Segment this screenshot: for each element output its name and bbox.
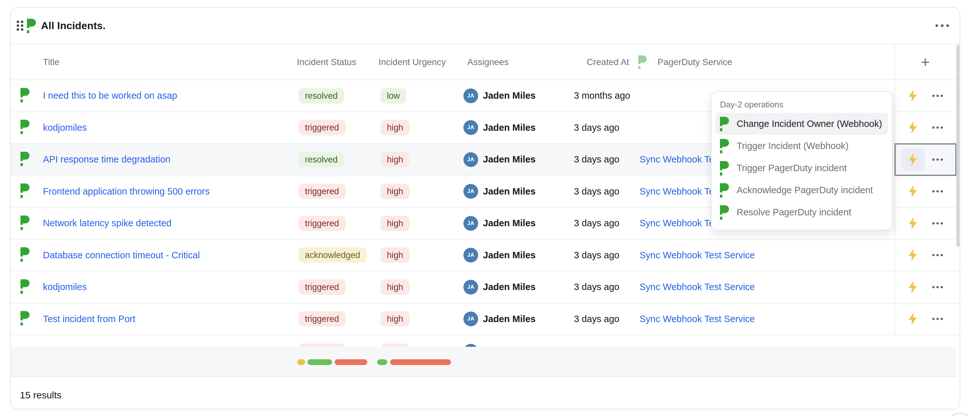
pagerduty-service-link[interactable]: Sync Webhook Test Service [640, 240, 755, 271]
pagerduty-p-icon [21, 247, 30, 263]
assignee-avatar: JA [463, 120, 478, 135]
incident-status-badge: triggered [299, 311, 345, 327]
run-action-button[interactable] [907, 153, 918, 166]
run-action-button[interactable] [907, 217, 918, 230]
column-header-pagerduty-service[interactable]: PagerDuty Service [657, 45, 732, 80]
table-column-header: Title Incident Status Incident Urgency A… [11, 44, 959, 80]
widget-footer: 15 results [11, 378, 959, 409]
pagerduty-p-icon [720, 183, 730, 198]
incident-urgency-badge: high [380, 311, 410, 327]
incident-title-link[interactable]: kodjomiles [43, 112, 87, 143]
run-action-button[interactable] [907, 281, 918, 294]
pagerduty-p-icon [720, 117, 730, 131]
pagerduty-p-icon [720, 161, 730, 175]
row-menu-button[interactable] [932, 254, 943, 257]
column-header-incident-status[interactable]: Incident Status [297, 45, 356, 80]
pagerduty-p-icon [27, 19, 37, 35]
incident-status-badge: triggered [299, 344, 345, 347]
assignee-name: Jaden Miles [483, 208, 536, 239]
incident-status-badge: triggered [299, 120, 345, 135]
context-menu-item-label: Trigger Incident (Webhook) [737, 141, 849, 151]
pagerduty-p-icon [21, 311, 30, 327]
row-menu-button[interactable] [932, 318, 943, 320]
summary-distribution-pill [307, 359, 332, 365]
column-header-incident-urgency[interactable]: Incident Urgency [379, 45, 446, 80]
vertical-scrollbar[interactable] [956, 45, 960, 247]
context-menu-item-label: Acknowledge PagerDuty incident [737, 185, 873, 196]
column-header-created-at[interactable]: Created At [587, 45, 629, 80]
table-row[interactable]: Test incident from Port triggered high J… [11, 303, 959, 336]
assignee-name: Jaden Miles [483, 303, 536, 335]
context-menu-item[interactable]: Change Incident Owner (Webhook) [716, 113, 888, 135]
row-menu-button[interactable] [932, 127, 943, 129]
row-menu-button[interactable] [932, 190, 943, 193]
incident-status-badge: resolved [299, 88, 344, 104]
incident-title-link[interactable]: Network latency spike detected [43, 208, 171, 239]
context-menu-item[interactable]: Trigger PagerDuty incident [716, 157, 888, 179]
assignee-avatar: JA [463, 216, 478, 231]
pagerduty-service-link[interactable]: Sync Webhook Test Service [640, 303, 755, 335]
incident-title-link[interactable]: Frontend application throwing 500 errors [43, 176, 210, 207]
column-header-title[interactable]: Title [43, 45, 60, 80]
created-at-value: 3 days ago [574, 303, 619, 335]
actions-column-divider [894, 44, 895, 335]
table-row[interactable]: triggered high JA [11, 335, 959, 347]
table-row[interactable]: kodjomiles triggered high JA Jaden Miles… [11, 271, 959, 303]
add-column-button[interactable]: + [912, 45, 938, 80]
column-summary-band [11, 347, 956, 377]
widget-menu-button[interactable] [935, 24, 949, 27]
context-menu-item[interactable]: Trigger Incident (Webhook) [716, 135, 888, 157]
incident-urgency-badge: high [380, 279, 410, 295]
created-at-value: 3 days ago [574, 271, 619, 303]
created-at-value: 3 days ago [574, 176, 619, 207]
incident-status-badge: triggered [299, 279, 345, 295]
pagerduty-p-icon [21, 88, 30, 104]
assignee-avatar: JA [463, 311, 478, 326]
assignee-name: Jaden Miles [483, 80, 536, 112]
incident-title-link[interactable]: Test incident from Port [43, 303, 135, 335]
row-menu-button[interactable] [932, 286, 943, 288]
incident-title-link[interactable]: kodjomiles [43, 271, 87, 303]
row-menu-button[interactable] [932, 222, 943, 224]
incident-title-link[interactable]: I need this to be worked on asap [43, 80, 177, 112]
pagerduty-p-icon [638, 55, 647, 72]
context-menu-item[interactable]: Resolve PagerDuty incident [716, 201, 888, 223]
run-action-button[interactable] [907, 121, 918, 134]
incident-title-link[interactable]: Database connection timeout - Critical [43, 240, 200, 271]
pagerduty-p-icon [720, 139, 730, 153]
incident-urgency-badge: high [380, 344, 410, 347]
table-row[interactable]: Database connection timeout - Critical a… [11, 240, 959, 272]
created-at-value: 3 days ago [574, 240, 619, 271]
assignee-name: Jaden Miles [483, 271, 536, 303]
page: All Incidents. Title Incident Status Inc… [0, 0, 980, 416]
row-menu-button[interactable] [932, 94, 943, 97]
partially-visible-row: triggered high JA [11, 335, 959, 347]
created-at-value: 3 days ago [574, 208, 619, 239]
incident-title-link[interactable]: API response time degradation [43, 144, 170, 175]
summary-distribution-pill [377, 359, 387, 365]
context-menu-item[interactable]: Acknowledge PagerDuty incident [716, 179, 888, 201]
assignee-name: Jaden Miles [483, 144, 536, 175]
created-at-value: 3 months ago [574, 80, 630, 112]
drag-handle-dots-icon[interactable] [17, 21, 23, 31]
row-menu-button[interactable] [932, 158, 943, 161]
run-action-button[interactable] [907, 89, 918, 102]
run-action-button[interactable] [907, 185, 918, 198]
context-menu-items: Change Incident Owner (Webhook) Trigger … [712, 113, 892, 223]
column-header-assignees[interactable]: Assignees [467, 45, 509, 80]
widget-title: All Incidents. [41, 8, 106, 44]
pagerduty-service-link[interactable]: Sync Webhook Test Service [640, 271, 755, 303]
context-menu-header: Day-2 operations [720, 100, 884, 110]
context-menu-item-label: Change Incident Owner (Webhook) [737, 119, 882, 129]
run-action-button[interactable] [907, 312, 918, 326]
assignee-avatar: JA [463, 184, 478, 199]
assignee-avatar: JA [463, 152, 478, 167]
floating-button-partial[interactable] [947, 413, 974, 416]
pagerduty-p-icon [21, 120, 30, 135]
assignee-avatar: JA [463, 344, 478, 347]
all-incidents-widget: All Incidents. Title Incident Status Inc… [10, 7, 960, 409]
assignee-avatar: JA [463, 88, 478, 103]
incident-urgency-badge: high [380, 247, 410, 263]
context-menu-item-label: Trigger PagerDuty incident [737, 163, 847, 174]
run-action-button[interactable] [907, 249, 918, 262]
